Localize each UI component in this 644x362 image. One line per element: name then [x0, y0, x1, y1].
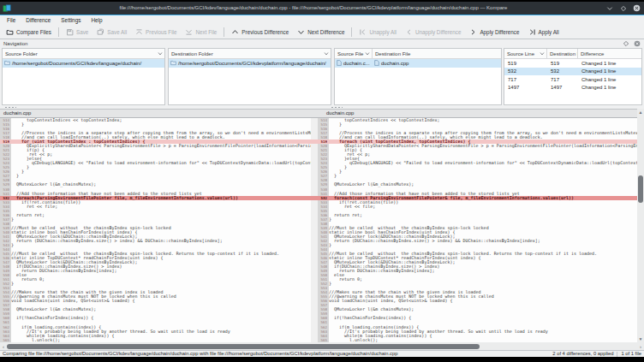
compare-files-button[interactable]: Compare Files [2, 27, 56, 38]
next-file-button[interactable]: Next File [181, 27, 221, 38]
source-line-numbers: 5145155165175185195205215225235245255265… [0, 118, 11, 342]
chevron-right-bar-icon [528, 28, 536, 36]
code-line: l.unlock(); [11, 338, 311, 342]
previous-difference-button[interactable]: Previous Difference [227, 27, 293, 38]
diff-connector [311, 118, 318, 342]
files-status: 1 of 1 file [621, 351, 641, 357]
source-line-header[interactable]: Source Line [504, 49, 547, 58]
chevron-down-icon [297, 28, 305, 36]
chevron-left-icon [405, 28, 413, 36]
chevron-left-bar-icon [359, 28, 367, 36]
code-line: QExplicitlySharedDataPointer< ParsingEnv… [329, 144, 637, 148]
statusbar: Comparing file file:///home/sergobot/Doc… [0, 350, 644, 357]
diff-pane-headers: duchain.cpp duchain.cpp [0, 109, 644, 118]
source-folder-list: Source Folder /home/sergobot/Documents/G… [2, 48, 165, 105]
dock-float-icon[interactable] [623, 40, 629, 47]
destination-line-numbers: 5145155165175185195205215225235245255265… [318, 118, 329, 342]
source-folder-row[interactable]: /home/sergobot/Documents/GCI/kdev/langua… [3, 59, 164, 68]
cpp-file-icon [374, 60, 379, 66]
connector-band [311, 338, 318, 342]
destination-folder-list: Destination Folder /home/sergobot/Docume… [168, 48, 331, 105]
close-icon[interactable] [633, 4, 641, 12]
scroll-down-icon[interactable]: ▼ [637, 335, 644, 342]
code-line: qCDebug(LANGUAGE) << "Failed to load env… [329, 161, 637, 165]
nav-line-row[interactable]: 519 519 Changed 1 line [504, 59, 641, 68]
apply-all-button[interactable]: Apply All [524, 27, 564, 38]
save-all-button[interactable]: Save All [92, 27, 131, 38]
compare-files-icon [6, 28, 14, 36]
statusbar-separator [617, 352, 617, 357]
source-folder-header[interactable]: Source Folder [3, 49, 164, 59]
comparing-status: Comparing file file:///home/sergobot/Doc… [3, 351, 397, 357]
differences-status: 2 of 4 differences, 0 applied [552, 351, 613, 357]
line-number: 565 [318, 338, 329, 342]
nav-line-row[interactable]: 532 532 Changed 1 line [504, 68, 641, 76]
scroll-up-icon[interactable]: ▲ [637, 109, 644, 116]
scroll-left-icon[interactable]: ‹ [0, 342, 7, 350]
save-icon [66, 28, 74, 36]
folder-icon [4, 60, 10, 66]
diff-view[interactable]: 5145155165175185195205215225235245255265… [0, 118, 644, 342]
chevron-up-icon [231, 28, 239, 36]
apply-difference-button[interactable]: Apply Difference [465, 27, 523, 38]
menubar: File Difference Settings Help [0, 15, 644, 25]
toolbar-separator [351, 27, 352, 37]
menu-difference[interactable]: Difference [21, 15, 56, 25]
destination-code-pane[interactable]: topContextIndices << topContextIndex; } … [329, 118, 637, 342]
save-all-icon [97, 28, 104, 36]
toolbar-separator [58, 27, 59, 37]
sort-indicator-icon [158, 51, 163, 56]
window-title: file:///home/sergobot/Documents/GCI/kdev… [34, 2, 593, 15]
titlebar[interactable]: file:///home/sergobot/Documents/GCI/kdev… [0, 2, 644, 15]
code-line: l.unlock(); [329, 338, 637, 342]
file-list: Source File Destination File duchain.c..… [334, 48, 502, 105]
folder-icon [170, 60, 176, 66]
source-code-pane[interactable]: topContextIndices << topContextIndex; } … [11, 118, 311, 342]
menu-help[interactable]: Help [86, 15, 107, 25]
line-number: 565 [0, 338, 11, 342]
navigation-dock-title: Navigation [3, 39, 27, 48]
toolbar-separator [224, 27, 224, 37]
horizontal-scrollbar-thumb[interactable] [7, 344, 480, 349]
sort-indicator-icon [365, 51, 370, 56]
previous-file-button[interactable]: Previous File [131, 27, 181, 38]
minimize-icon[interactable] [605, 4, 613, 12]
navigation-dock-header: Navigation [0, 39, 644, 48]
kompare-app-icon [3, 4, 11, 13]
difference-header[interactable]: Difference [578, 49, 641, 58]
navigation-panel: Source Folder /home/sergobot/Documents/G… [0, 48, 644, 105]
difference-list: Source Line Destination Line Difference … [504, 48, 642, 105]
maximize-icon[interactable] [619, 4, 627, 12]
file-row[interactable]: duchain.c... duchain.cpp [335, 59, 501, 68]
dock-close-icon[interactable] [634, 40, 641, 47]
destination-line-header[interactable]: Destination Line [547, 49, 578, 58]
destination-folder-header[interactable]: Destination Folder [169, 49, 331, 59]
code-line: qCDebug(LANGUAGE) << "Failed to load env… [11, 161, 311, 165]
arrow-up-to-bar-icon [135, 28, 143, 36]
kompare-window: file:///home/sergobot/Documents/GCI/kdev… [0, 0, 644, 362]
nav-line-row[interactable]: 1497 1497 Changed 1 line [504, 84, 641, 92]
toolbar: Compare Files Save Save All Previous Fil… [0, 25, 644, 39]
unapply-all-button[interactable]: Unapply All [355, 27, 401, 38]
sort-indicator-icon [540, 51, 545, 56]
arrow-down-to-bar-icon [185, 28, 193, 36]
horizontal-scrollbar[interactable]: ‹ › [0, 342, 644, 350]
code-line: QExplicitlySharedDataPointer< ParsingEnv… [11, 144, 311, 148]
chevron-right-icon [469, 28, 477, 36]
source-file-header[interactable]: Source File [335, 49, 373, 58]
nav-line-row[interactable]: 717 717 Changed 1 line [504, 75, 641, 84]
cpp-file-icon [337, 60, 342, 66]
vertical-scrollbar[interactable]: ▲ ▼ [637, 109, 644, 342]
menu-settings[interactable]: Settings [56, 15, 86, 25]
destination-folder-row[interactable]: /home/sergobot/Documents/GCI/kdevplatfor… [169, 59, 331, 68]
destination-file-header[interactable]: Destination File [373, 49, 501, 58]
save-button[interactable]: Save [62, 27, 92, 38]
vertical-scrollbar-thumb[interactable] [638, 175, 643, 203]
next-difference-button[interactable]: Next Difference [293, 27, 349, 38]
unapply-difference-button[interactable]: Unapply Difference [401, 27, 465, 38]
scroll-right-icon[interactable]: › [637, 342, 644, 350]
sort-indicator-icon [324, 51, 329, 56]
menu-file[interactable]: File [2, 15, 21, 25]
